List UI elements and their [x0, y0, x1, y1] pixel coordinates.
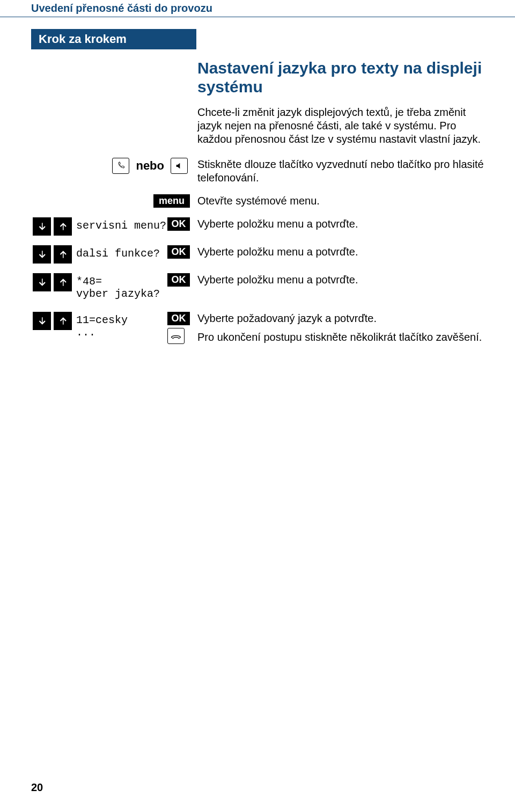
row-menu: menu Otevřte systémové menu. — [31, 194, 484, 208]
arrow-down-icon — [33, 312, 51, 330]
step-header: Krok za krokem — [31, 29, 196, 49]
talk-key-icon — [112, 158, 129, 174]
arrow-up-icon — [54, 245, 72, 264]
ok-key-label: OK — [167, 217, 190, 231]
display-text-cesky: 11=cesky ... — [76, 312, 167, 341]
section-title: Nastavení jazyka pro texty na displeji s… — [197, 59, 484, 96]
r4-desc2: Pro ukončení postupu stiskněte několikrá… — [197, 331, 484, 344]
row-vyber-jazyka: *48= vyber jazyka? OK Vyberte položku me… — [31, 273, 484, 302]
display-line-2: ... — [76, 326, 167, 339]
arrow-up-icon — [54, 312, 72, 330]
row-nebo: nebo Stiskněte dlouze tlačítko vyzvednut… — [31, 158, 484, 185]
display-text-servisni-menu: servisni menu? — [76, 217, 167, 234]
ok-key-label: OK — [167, 312, 190, 325]
display-line-1: *48= — [76, 275, 167, 288]
r1-desc: Vyberte položku menu a potvrďte. — [197, 217, 484, 231]
ok-key-label: OK — [167, 273, 190, 287]
r3-desc: Vyberte položku menu a potvrďte. — [197, 273, 484, 287]
display-text-dalsi-funkce: dalsi funkce? — [76, 245, 167, 262]
row-servisni-menu: servisni menu? OK Vyberte položku menu a… — [31, 217, 484, 236]
intro-paragraph: Chcete-li změnit jazyk displejových text… — [197, 106, 484, 146]
menu-key-label: menu — [153, 194, 190, 208]
arrow-up-icon — [54, 273, 72, 291]
display-line-2: vyber jazyka? — [76, 288, 167, 300]
nebo-desc: Stiskněte dlouze tlačítko vyzvednutí neb… — [197, 158, 484, 185]
hangup-key-icon — [167, 328, 185, 344]
r4-desc1: Vyberte požadovaný jazyk a potvrďte. — [197, 312, 484, 325]
r2-desc: Vyberte položku menu a potvrďte. — [197, 245, 484, 259]
ok-key-label: OK — [167, 245, 190, 259]
arrow-down-icon — [33, 245, 51, 264]
speaker-key-icon — [171, 158, 188, 174]
row-cesky: 11=cesky ... OK Vyberte požadovaný jazyk… — [31, 312, 484, 344]
arrow-down-icon — [33, 273, 51, 291]
nebo-word: nebo — [136, 159, 164, 173]
menu-desc: Otevřte systémové menu. — [197, 194, 484, 208]
page-number: 20 — [31, 781, 43, 794]
arrow-down-icon — [33, 217, 51, 236]
row-dalsi-funkce: dalsi funkce? OK Vyberte položku menu a … — [31, 245, 484, 264]
running-header: Uvedení přenosné části do provozu — [0, 0, 515, 17]
display-line-1: 11=cesky — [76, 314, 167, 326]
arrow-up-icon — [54, 217, 72, 236]
display-text-vyber-jazyka: *48= vyber jazyka? — [76, 273, 167, 302]
